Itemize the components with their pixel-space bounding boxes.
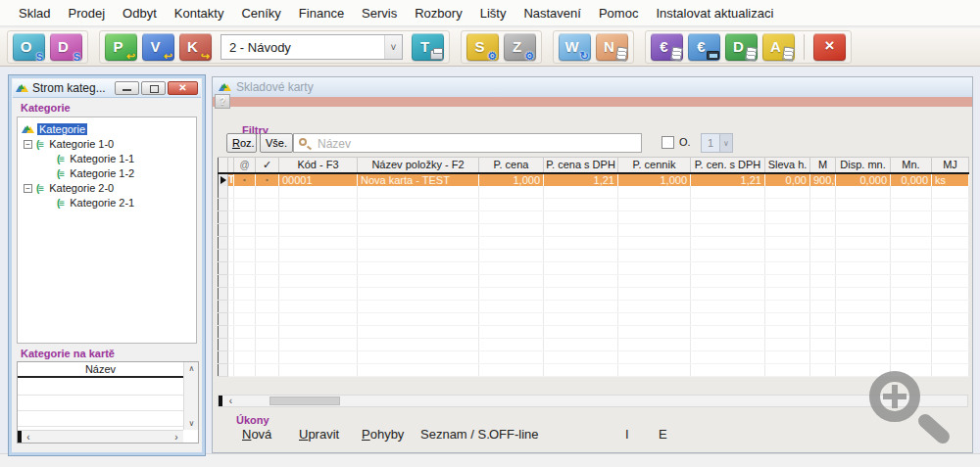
- table-empty-row[interactable]: [219, 199, 969, 211]
- table-empty-row[interactable]: [219, 262, 969, 275]
- table-empty-row[interactable]: [219, 250, 969, 262]
- ds-button[interactable]: D S: [50, 33, 82, 61]
- collapse-icon[interactable]: −: [24, 184, 32, 193]
- column-header-m[interactable]: M: [810, 158, 836, 173]
- scroll-left-icon[interactable]: ‹: [22, 431, 35, 443]
- import-button[interactable]: I: [625, 427, 629, 442]
- table-empty-row[interactable]: [219, 364, 969, 377]
- profile-dropdown[interactable]: 2 - Návody ˅: [220, 34, 403, 60]
- column-header-mj[interactable]: MJ: [932, 158, 969, 173]
- menu-ceniky[interactable]: Ceníky: [232, 6, 289, 21]
- column-header-disp-mn[interactable]: Disp. mn.: [836, 158, 891, 173]
- table-empty-row[interactable]: [18, 396, 183, 411]
- doklady-button[interactable]: D: [725, 33, 758, 61]
- export-button[interactable]: E: [659, 427, 667, 442]
- column-header-kod[interactable]: Kód - F3: [279, 158, 358, 173]
- menu-prodej[interactable]: Prodej: [60, 6, 115, 21]
- upravit-button[interactable]: Upravit: [299, 427, 339, 442]
- category-tree-titlebar[interactable]: Strom kateg... ✕: [13, 79, 201, 98]
- stock-cards-titlebar[interactable]: Skladové karty: [213, 77, 972, 97]
- scroll-down-icon[interactable]: ∨: [184, 417, 199, 430]
- table-empty-row[interactable]: [219, 326, 969, 339]
- minimize-button[interactable]: [115, 81, 139, 95]
- table-empty-row[interactable]: [219, 186, 969, 199]
- scroll-up-icon[interactable]: ∧: [184, 362, 199, 375]
- menu-nastaveni[interactable]: Nastavení: [514, 6, 590, 21]
- scroll-right-icon[interactable]: ›: [170, 431, 183, 443]
- offline-button[interactable]: OFF-line: [489, 427, 539, 442]
- collapse-icon[interactable]: −: [24, 140, 32, 149]
- pohyby-button[interactable]: Pohyby: [362, 427, 404, 442]
- search-input[interactable]: Název: [293, 133, 642, 153]
- table-horizontal-scrollbar[interactable]: ‹: [218, 395, 968, 407]
- check-column-header[interactable]: ✓: [256, 158, 279, 173]
- menu-pomoc[interactable]: Pomoc: [590, 6, 647, 21]
- horizontal-scrollbar[interactable]: ‹ ›: [18, 430, 183, 443]
- scroll-left-icon[interactable]: ‹: [223, 396, 238, 406]
- table-empty-row[interactable]: [18, 411, 183, 427]
- roz-button[interactable]: Roz.: [226, 133, 257, 153]
- os-button[interactable]: O S: [13, 33, 45, 61]
- restore-button[interactable]: [141, 81, 166, 95]
- column-header-pcena-dph[interactable]: P. cena s DPH: [544, 158, 618, 173]
- prodejka-button[interactable]: P ↩: [105, 33, 137, 61]
- table-empty-row[interactable]: [219, 301, 969, 313]
- table-empty-row[interactable]: [219, 224, 969, 237]
- nova-button[interactable]: Nová: [242, 427, 271, 442]
- menu-rozbory[interactable]: Rozbory: [406, 6, 470, 21]
- novinky-button[interactable]: N: [596, 33, 628, 61]
- page-select[interactable]: 1 ∨: [701, 133, 733, 153]
- menu-odbyt[interactable]: Odbyt: [114, 6, 166, 21]
- column-header-pcena[interactable]: P. cena: [479, 158, 544, 173]
- vertical-scrollbar[interactable]: ∧ ∨: [183, 362, 198, 430]
- tree-item-kategorie-2-1[interactable]: (≡ Kategorie 2-1: [18, 196, 136, 210]
- table-empty-row[interactable]: [219, 339, 969, 351]
- cell-pcena-dph: 1,21: [544, 173, 618, 186]
- tree-item-kategorie-1-2[interactable]: (≡ Kategorie 1-2: [18, 166, 136, 180]
- table-empty-row[interactable]: [219, 313, 969, 326]
- sklad-nastaveni-button[interactable]: S ⚙: [466, 33, 499, 61]
- selected-stock-row[interactable]: T • • 00001 Nova karta - TEST 1,000 1,21…: [219, 173, 969, 186]
- close-button[interactable]: ✕: [168, 81, 198, 95]
- menu-finance[interactable]: Finance: [290, 6, 353, 21]
- web-button[interactable]: W ↻: [559, 33, 591, 61]
- table-empty-row[interactable]: [219, 275, 969, 288]
- table-empty-row[interactable]: [219, 288, 969, 301]
- agenda-button[interactable]: A: [762, 33, 795, 61]
- tisk-letter: T: [420, 38, 429, 55]
- scrollbar-thumb[interactable]: [270, 397, 340, 405]
- eur-doklad-button[interactable]: €: [651, 33, 683, 61]
- column-header-pcen-dph[interactable]: P. cen. s DPH: [691, 158, 765, 173]
- menu-instalovat-aktualizaci[interactable]: Instalovat aktualizaci: [647, 6, 782, 21]
- tree-item-kategorie-2-0[interactable]: − (≡ Kategorie 2-0: [18, 181, 116, 195]
- chevron-down-icon[interactable]: ˅: [384, 35, 402, 59]
- o-checkbox[interactable]: [662, 136, 674, 149]
- help-button[interactable]: ?: [215, 94, 230, 109]
- menu-sklad[interactable]: Sklad: [10, 6, 60, 21]
- category-icon: (≡: [36, 139, 43, 150]
- eur-zarizeni-button[interactable]: €: [688, 33, 720, 61]
- table-empty-row[interactable]: [18, 380, 183, 396]
- zasoby-nastaveni-button[interactable]: Z ⚙: [504, 33, 536, 61]
- menu-listy[interactable]: Lišty: [471, 6, 515, 21]
- tree-item-kategorie-1-1[interactable]: (≡ Kategorie 1-1: [18, 152, 136, 165]
- vse-button[interactable]: Vše.: [260, 133, 293, 153]
- table-empty-row[interactable]: [219, 211, 969, 224]
- menu-kontakty[interactable]: Kontakty: [166, 6, 233, 21]
- close-app-button[interactable]: ×: [813, 33, 846, 61]
- menu-servis[interactable]: Servis: [353, 6, 406, 21]
- tree-item-kategorie-1-0[interactable]: − (≡ Kategorie 1-0: [18, 137, 116, 151]
- seznam-button[interactable]: Seznam / S.: [420, 427, 490, 442]
- tree-item-root[interactable]: Kategorie: [18, 122, 87, 136]
- table-empty-row[interactable]: [219, 351, 969, 364]
- vydejka-button[interactable]: V ↩: [142, 33, 174, 61]
- kasa-button[interactable]: K ↪: [179, 33, 212, 61]
- attachment-column-header[interactable]: @: [234, 158, 256, 173]
- tisk-button[interactable]: T: [412, 33, 444, 61]
- column-header-pcennik[interactable]: P. cennik: [618, 158, 691, 173]
- nazev-column-header[interactable]: Název: [18, 362, 183, 378]
- column-header-sleva[interactable]: Sleva h.: [765, 158, 810, 173]
- table-empty-row[interactable]: [219, 237, 969, 250]
- column-header-mn[interactable]: Mn.: [891, 158, 932, 173]
- column-header-nazev[interactable]: Název položky - F2: [358, 158, 479, 173]
